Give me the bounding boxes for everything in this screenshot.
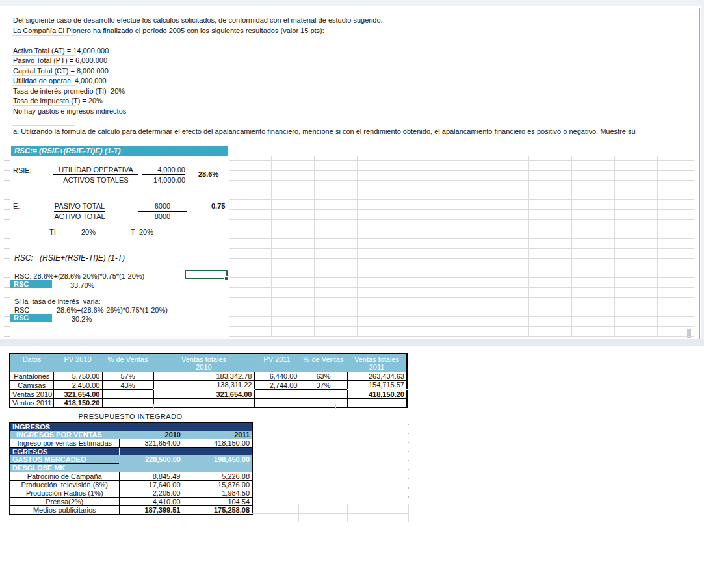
cell[interactable]: 154,715.57 <box>347 381 407 390</box>
cell[interactable]: 5,226.88 <box>183 472 252 481</box>
cell[interactable]: 57% <box>102 372 153 381</box>
cell[interactable] <box>183 448 252 456</box>
rsc-calc2-line[interactable]: 28.6%+(28.6%-26%)*0.75*(1-20%) <box>57 306 168 314</box>
subheader-ingresos-ventas[interactable]: INGRESOS POR VENTAS <box>10 431 119 439</box>
cell[interactable] <box>119 448 183 456</box>
cell[interactable]: 183,342.78 <box>153 372 254 381</box>
e-fraction[interactable]: PASIVO TOTAL ACTIVO TOTAL <box>54 202 105 220</box>
cell[interactable]: 4,410.00 <box>119 498 183 506</box>
cell[interactable]: 321,654.00 <box>153 390 254 399</box>
cell[interactable]: 418,150.20 <box>347 390 407 399</box>
cell[interactable]: 1,984.50 <box>183 489 252 498</box>
cell[interactable]: 138,311.22 <box>153 381 254 390</box>
intro-line[interactable]: La Compañía El Pionero ha finalizado el … <box>13 27 324 34</box>
column-header[interactable]: % de Ventas <box>102 353 153 372</box>
cell[interactable]: 418,150.20 <box>53 399 102 408</box>
cell[interactable] <box>300 390 347 399</box>
rsie-values[interactable]: 4,000.00 14,000.00 <box>142 166 185 184</box>
cell[interactable]: 263,434.63 <box>347 372 407 381</box>
cell[interactable]: 104.54 <box>183 498 252 506</box>
rsc-result2-label-cell[interactable]: RSC <box>10 314 52 322</box>
cell[interactable]: 2,450.00 <box>53 381 102 390</box>
cell[interactable]: 6,440.00 <box>254 372 300 381</box>
cell[interactable]: 321,654.00 <box>53 390 102 399</box>
section-header-egresos[interactable]: EGRESOS <box>10 448 119 456</box>
intro-line[interactable]: Utilidad de operac. 4,000,000 <box>13 77 107 84</box>
cell[interactable]: 43% <box>102 381 153 390</box>
year-header[interactable]: 2011 <box>183 431 252 439</box>
year-header[interactable]: 2010 <box>119 431 183 439</box>
cell[interactable] <box>119 464 183 472</box>
cell[interactable] <box>183 464 252 472</box>
column-header[interactable]: Ventas totales2011 <box>347 353 407 372</box>
formula-header-cell[interactable]: RSC:= (RSIE+(RSIE-TI)E) (1-T) <box>11 146 228 156</box>
cell[interactable]: Ventas 2011 <box>10 399 53 408</box>
vary-note[interactable]: Si la tasa de interés varia: <box>14 298 101 305</box>
cell[interactable]: Ingreso por ventas Estimadas <box>10 439 119 448</box>
e-result[interactable]: 0.75 <box>211 202 225 210</box>
cell[interactable] <box>102 399 153 408</box>
cell[interactable] <box>300 399 347 408</box>
cell[interactable] <box>254 399 300 408</box>
ti-label[interactable]: TI <box>49 228 56 236</box>
cell[interactable]: Ventas 2010 <box>10 390 53 399</box>
t-label[interactable]: T <box>131 228 135 236</box>
cell[interactable]: Producción Radios (1%) <box>10 489 119 498</box>
intro-line[interactable]: Activo Total (AT) = 14,000,000 <box>13 47 109 55</box>
intro-line[interactable]: Tasa de impuesto (T) = 20% <box>13 97 103 105</box>
cell[interactable]: 8,845.49 <box>119 472 183 481</box>
cell[interactable] <box>102 390 153 399</box>
rsc-formula-repeat[interactable]: RSC:= (RSIE+(RSIE-TI)E) (1-T) <box>14 253 125 262</box>
budget-title[interactable]: PRESUPUESTO INTEGRADO <box>9 413 252 420</box>
fill-handle[interactable] <box>224 276 229 281</box>
cell[interactable]: 187,399.51 <box>119 506 183 515</box>
intro-line[interactable]: Del siguiente caso de desarrollo efectue… <box>13 16 383 24</box>
cell[interactable] <box>153 399 254 408</box>
column-header[interactable]: % de Ventas <box>300 353 347 372</box>
cell[interactable]: Pantalones <box>10 372 53 381</box>
column-header[interactable]: Datos <box>10 353 53 372</box>
cell[interactable]: 5,750.00 <box>53 372 102 381</box>
column-header[interactable]: Ventas totales2010 <box>153 353 254 372</box>
cell[interactable]: 220,500.00 <box>119 455 183 464</box>
cell[interactable] <box>347 399 407 408</box>
cell[interactable]: 63% <box>300 372 347 381</box>
cell[interactable]: 418,150.00 <box>183 439 252 448</box>
cell[interactable]: Medios publicitarios <box>10 506 119 515</box>
subheader-desglose-mk[interactable]: DESGLOSE MK <box>10 464 119 472</box>
cell[interactable]: 37% <box>300 381 347 390</box>
cell[interactable]: Patrocinio de Campaña <box>10 472 119 481</box>
cell[interactable]: 2,205.00 <box>119 489 183 498</box>
selected-cell-outline[interactable] <box>185 270 228 279</box>
rsc-label-plain[interactable]: RSC <box>14 306 29 314</box>
rsc-calc1-line[interactable]: RSC: 28.6%+(28.6%-20%)*0.75*(1-20%) <box>14 272 144 280</box>
cell[interactable]: Prensa(2%) <box>10 498 119 506</box>
cell[interactable]: 175,258.08 <box>183 506 252 515</box>
rsc-result2-value[interactable]: 30.2% <box>72 315 92 323</box>
cell[interactable]: 15,876.00 <box>183 481 252 489</box>
rsie-fraction[interactable]: UTILIDAD OPERATIVA ACTIVOS TOTALES <box>53 166 138 184</box>
cell[interactable]: 17,640.00 <box>119 481 183 489</box>
column-header[interactable]: PV 2011 <box>254 353 300 372</box>
intro-line[interactable]: a. Utilizando la fórmula de cálculo para… <box>13 127 636 135</box>
intro-line[interactable]: Tasa de interés promedio (TI)=20% <box>13 87 125 95</box>
cell[interactable]: Producción televisión (8%) <box>10 481 119 489</box>
column-header[interactable]: PV 2010 <box>53 353 102 372</box>
cell[interactable] <box>254 390 300 399</box>
intro-line[interactable]: No hay gastos e ingresos indirectos <box>13 107 126 115</box>
rsie-result[interactable]: 28.6% <box>198 170 218 178</box>
cell[interactable]: 2,744.00 <box>254 381 300 390</box>
e-values[interactable]: 6000 8000 <box>138 202 187 220</box>
intro-line[interactable]: Pasivo Total (PT) = 6,000.000 <box>13 57 107 64</box>
rsie-label[interactable]: RSIE: <box>13 166 32 174</box>
cell[interactable]: 321,654.00 <box>119 439 183 448</box>
e-label[interactable]: E: <box>13 202 20 210</box>
section-header-ingresos[interactable]: INGRESOS <box>10 422 252 431</box>
rsc-result1-value[interactable]: 33.70% <box>70 281 94 289</box>
cell[interactable]: 198,450.00 <box>183 455 252 464</box>
intro-line[interactable]: Capital Total (CT) = 8,000.000 <box>13 67 109 75</box>
rsc-result1-label-cell[interactable]: RSC <box>10 280 52 288</box>
ti-value[interactable]: 20% <box>81 228 96 236</box>
cell[interactable]: Camisas <box>10 381 53 390</box>
t-value[interactable]: 20% <box>139 228 153 236</box>
